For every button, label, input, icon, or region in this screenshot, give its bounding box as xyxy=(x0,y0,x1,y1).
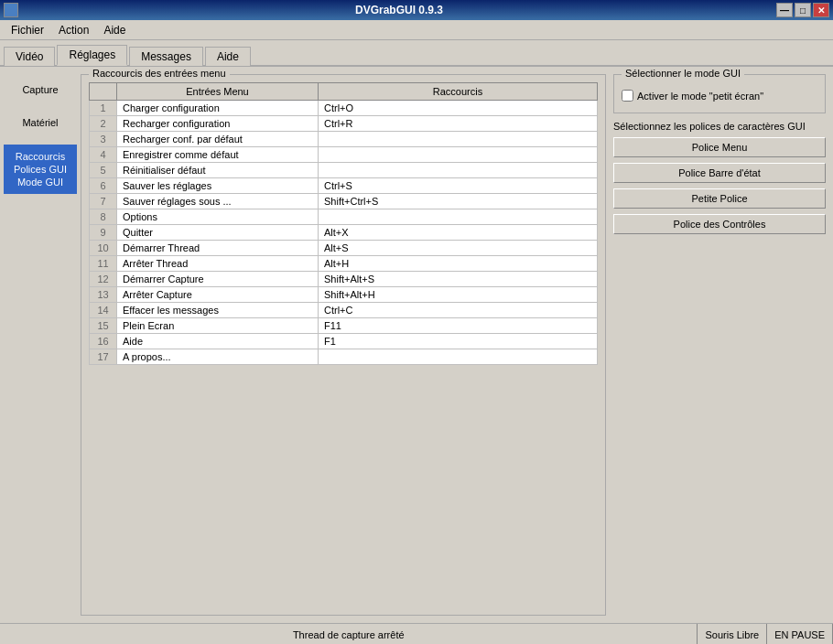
minimize-button[interactable]: — xyxy=(776,3,793,17)
table-row[interactable]: 4Enregistrer comme défaut xyxy=(90,147,598,163)
sidebar: Capture Matériel RaccourcisPolices GUIMo… xyxy=(4,70,77,619)
menu-fichier[interactable]: Fichier xyxy=(4,22,51,38)
row-shortcut: Shift+Alt+S xyxy=(319,272,598,287)
table-row[interactable]: 9QuitterAlt+X xyxy=(90,225,598,241)
row-menu: Arrêter Thread xyxy=(117,256,319,272)
row-shortcut xyxy=(319,163,598,178)
col-header-num xyxy=(90,83,117,101)
row-num: 7 xyxy=(90,194,117,209)
row-menu: Enregistrer comme défaut xyxy=(117,147,319,163)
table-row[interactable]: 7Sauver réglages sous ...Shift+Ctrl+S xyxy=(90,194,598,209)
police-menu-button[interactable]: Police Menu xyxy=(613,137,826,157)
row-num: 8 xyxy=(90,209,117,225)
row-menu: Charger configuration xyxy=(117,101,319,116)
shortcuts-group: Raccourcis des entrées menu Entrées Menu… xyxy=(81,74,606,616)
row-shortcut: Ctrl+C xyxy=(319,303,598,318)
fonts-title: Sélectionnez les polices de caractères G… xyxy=(613,121,826,132)
row-shortcut: Ctrl+S xyxy=(319,178,598,194)
small-screen-label: Activer le mode "petit écran" xyxy=(637,91,763,102)
table-row[interactable]: 16AideF1 xyxy=(90,334,598,349)
row-num: 6 xyxy=(90,178,117,194)
menu-action[interactable]: Action xyxy=(51,22,96,38)
table-row[interactable]: 6Sauver les réglagesCtrl+S xyxy=(90,178,598,194)
row-num: 3 xyxy=(90,132,117,147)
gui-mode-group: Sélectionner le mode GUI Activer le mode… xyxy=(613,74,826,113)
row-shortcut xyxy=(319,349,598,365)
row-menu: Plein Ecran xyxy=(117,318,319,334)
police-controles-button[interactable]: Police des Contrôles xyxy=(613,214,826,234)
row-shortcut: F11 xyxy=(319,318,598,334)
row-menu: Démarrer Capture xyxy=(117,272,319,287)
status-pause: EN PAUSE xyxy=(767,624,833,644)
row-num: 9 xyxy=(90,225,117,241)
petite-police-button[interactable]: Petite Police xyxy=(613,188,826,209)
center-panel: Raccourcis des entrées menu Entrées Menu… xyxy=(77,70,610,619)
status-souris: Souris Libre xyxy=(698,624,767,644)
fonts-section: Sélectionnez les polices de caractères G… xyxy=(613,121,826,240)
row-menu: Quitter xyxy=(117,225,319,241)
row-shortcut xyxy=(319,147,598,163)
col-header-shortcuts: Raccourcis xyxy=(319,83,598,101)
row-num: 13 xyxy=(90,287,117,303)
table-row[interactable]: 13Arrêter CaptureShift+Alt+H xyxy=(90,287,598,303)
maximize-button[interactable]: □ xyxy=(795,3,811,17)
police-barre-button[interactable]: Police Barre d'état xyxy=(613,163,826,183)
table-row[interactable]: 12Démarrer CaptureShift+Alt+S xyxy=(90,272,598,287)
row-num: 14 xyxy=(90,303,117,318)
tab-reglages[interactable]: Réglages xyxy=(57,45,127,66)
row-menu: Recharger configuration xyxy=(117,116,319,132)
row-num: 5 xyxy=(90,163,117,178)
table-row[interactable]: 1Charger configurationCtrl+O xyxy=(90,101,598,116)
small-screen-checkbox[interactable] xyxy=(622,90,633,102)
row-menu: Recharger conf. par défaut xyxy=(117,132,319,147)
window-title: DVGrabGUI 0.9.3 xyxy=(22,4,776,16)
row-num: 15 xyxy=(90,318,117,334)
table-row[interactable]: 15Plein EcranF11 xyxy=(90,318,598,334)
tab-messages[interactable]: Messages xyxy=(129,47,203,66)
row-shortcut: Alt+X xyxy=(319,225,598,241)
tabbar: Vidéo Réglages Messages Aide xyxy=(0,40,833,67)
row-shortcut: Alt+S xyxy=(319,241,598,256)
tab-video[interactable]: Vidéo xyxy=(4,47,55,66)
shortcuts-table-scroll[interactable]: Entrées Menu Raccourcis 1Charger configu… xyxy=(89,82,598,365)
status-thread: Thread de capture arrêté xyxy=(0,624,698,644)
row-shortcut xyxy=(319,209,598,225)
table-row[interactable]: 2Recharger configurationCtrl+R xyxy=(90,116,598,132)
main-content: Capture Matériel RaccourcisPolices GUIMo… xyxy=(0,67,833,623)
table-row[interactable]: 8Options xyxy=(90,209,598,225)
row-shortcut: Shift+Ctrl+S xyxy=(319,194,598,209)
small-screen-row: Activer le mode "petit écran" xyxy=(622,90,817,102)
sidebar-item-capture[interactable]: Capture xyxy=(4,78,77,102)
row-num: 12 xyxy=(90,272,117,287)
row-menu: Sauver les réglages xyxy=(117,178,319,194)
row-menu: Sauver réglages sous ... xyxy=(117,194,319,209)
row-num: 17 xyxy=(90,349,117,365)
row-shortcut xyxy=(319,132,598,147)
tab-aide[interactable]: Aide xyxy=(205,47,251,66)
table-row[interactable]: 10Démarrer ThreadAlt+S xyxy=(90,241,598,256)
row-shortcut: Alt+H xyxy=(319,256,598,272)
row-menu: A propos... xyxy=(117,349,319,365)
table-row[interactable]: 11Arrêter ThreadAlt+H xyxy=(90,256,598,272)
close-button[interactable]: ✕ xyxy=(813,3,829,17)
table-row[interactable]: 3Recharger conf. par défaut xyxy=(90,132,598,147)
row-menu: Aide xyxy=(117,334,319,349)
window-controls: — □ ✕ xyxy=(776,3,829,17)
menubar: Fichier Action Aide xyxy=(0,20,833,40)
shortcuts-table: Entrées Menu Raccourcis 1Charger configu… xyxy=(89,82,598,365)
sidebar-item-raccourcis[interactable]: RaccourcisPolices GUIMode GUI xyxy=(4,145,77,195)
row-num: 16 xyxy=(90,334,117,349)
right-panel: Sélectionner le mode GUI Activer le mode… xyxy=(610,70,829,619)
row-menu: Réinitialiser défaut xyxy=(117,163,319,178)
shortcuts-group-title: Raccourcis des entrées menu xyxy=(89,68,230,79)
table-row[interactable]: 17A propos... xyxy=(90,349,598,365)
table-row[interactable]: 14Effacer les messagesCtrl+C xyxy=(90,303,598,318)
row-menu: Options xyxy=(117,209,319,225)
sidebar-item-materiel[interactable]: Matériel xyxy=(4,111,77,134)
row-shortcut: Ctrl+R xyxy=(319,116,598,132)
menu-aide[interactable]: Aide xyxy=(96,22,133,38)
app-icon xyxy=(4,3,18,17)
gui-mode-title: Sélectionner le mode GUI xyxy=(622,68,744,79)
table-row[interactable]: 5Réinitialiser défaut xyxy=(90,163,598,178)
row-shortcut: F1 xyxy=(319,334,598,349)
